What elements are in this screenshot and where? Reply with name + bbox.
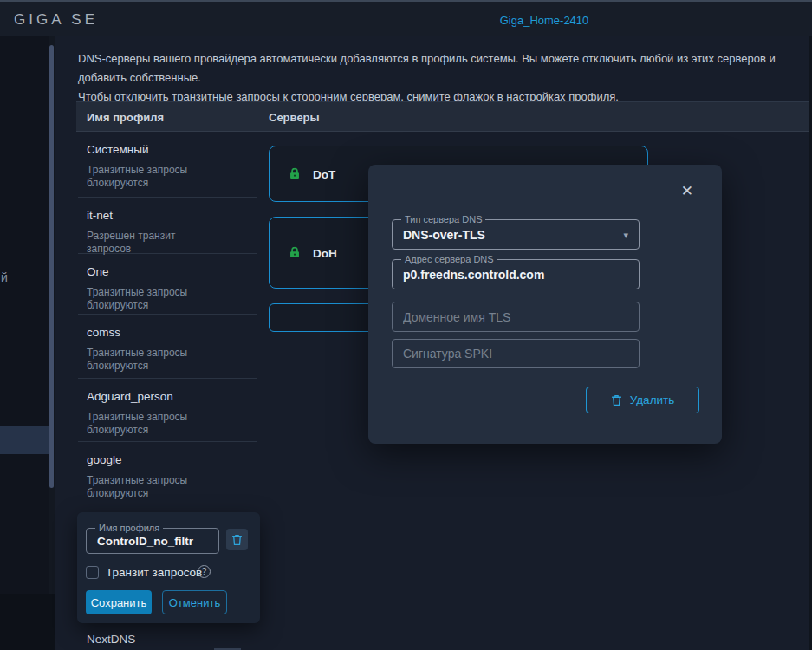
profile-name: it-net: [87, 209, 113, 222]
sidebar-active-item[interactable]: [0, 426, 49, 454]
column-header-servers: Серверы: [269, 111, 320, 124]
profile-row-adguard-person[interactable]: Adguard_person Транзитные запросы блокир…: [78, 379, 257, 442]
table-header: Имя профиля Серверы: [76, 101, 809, 132]
profile-name-field[interactable]: Имя профиля: [86, 528, 219, 554]
sidebar-clipped-item-label: й: [1, 270, 8, 284]
profile-row-it-net[interactable]: it-net Разрешен транзит запросов: [78, 198, 257, 254]
tls-domain-field[interactable]: [392, 302, 640, 332]
chevron-down-icon: ▾: [623, 229, 628, 240]
profile-status: Транзитные запросы блокируются: [87, 474, 221, 500]
sidebar-scrollbar-thumb[interactable]: [49, 45, 54, 488]
dns-type-value: DNS-over-TLS: [403, 228, 485, 242]
dns-type-label: Тип сервера DNS: [401, 214, 485, 224]
page-scrollbar-track: [809, 36, 812, 650]
dns-address-field[interactable]: Адрес сервера DNS: [392, 259, 640, 289]
row-divider: [78, 627, 258, 627]
profile-name: One: [87, 265, 109, 278]
profile-name-input[interactable]: [97, 529, 211, 553]
sidebar-lower-area: [0, 594, 55, 650]
column-header-profile: Имя профиля: [87, 111, 164, 124]
save-button[interactable]: Сохранить: [86, 590, 152, 614]
delete-profile-button[interactable]: [226, 529, 248, 550]
profile-name: comss: [87, 326, 120, 339]
dns-settings-page: GIGA SE Giga_Home-2410 й DNS-серверы ваш…: [0, 0, 812, 650]
delete-server-button[interactable]: Удалить: [586, 387, 699, 413]
profile-row-sistemny[interactable]: Системный Транзитные запросы блокируются: [78, 132, 257, 198]
profile-row-nextdns[interactable]: NextDNS: [87, 633, 135, 646]
profile-status: Транзитные запросы блокируются: [87, 411, 221, 437]
profile-edit-panel: Имя профиля Транзит запросов ? Сохранить…: [77, 512, 260, 623]
spki-signature-field[interactable]: [392, 339, 640, 368]
help-icon[interactable]: ?: [198, 565, 211, 578]
trash-icon: [611, 394, 622, 406]
profile-name: google: [87, 453, 122, 466]
profile-status: Разрешен транзит запросов: [87, 230, 221, 256]
tls-domain-input[interactable]: [403, 302, 628, 331]
profile-status: Транзитные запросы блокируются: [87, 164, 221, 190]
profile-name: Adguard_person: [87, 390, 173, 403]
top-header-bar: GIGA SE Giga_Home-2410: [0, 0, 812, 36]
server-card-label: DoH: [313, 246, 337, 259]
server-card-label: DoT: [313, 167, 335, 180]
device-name-link[interactable]: Giga_Home-2410: [500, 14, 589, 27]
transit-checkbox-label: Транзит запросов: [106, 566, 202, 579]
dns-type-select[interactable]: Тип сервера DNS DNS-over-TLS ▾: [392, 219, 640, 250]
cancel-button[interactable]: Отменить: [162, 590, 227, 614]
profile-row-comss[interactable]: comss Транзитные запросы блокируются: [78, 315, 257, 379]
intro-line-1: DNS-серверы вашего провайдера автоматиче…: [78, 49, 811, 88]
profile-row-one[interactable]: One Транзитные запросы блокируются: [78, 254, 257, 315]
profile-status: Транзитные запросы блокируются: [87, 347, 221, 373]
device-model-logo: GIGA SE: [14, 11, 98, 29]
delete-server-label: Удалить: [630, 393, 675, 406]
intro-description: DNS-серверы вашего провайдера автоматиче…: [78, 49, 811, 107]
trash-icon: [231, 534, 243, 546]
transit-checkbox[interactable]: [86, 566, 99, 579]
spki-signature-input[interactable]: [403, 340, 628, 367]
close-icon[interactable]: ✕: [681, 184, 693, 198]
dns-address-input[interactable]: [403, 260, 628, 289]
secure-lock-icon: [289, 247, 301, 259]
profile-status: Транзитные запросы блокируются: [87, 286, 221, 312]
secure-lock-icon: [289, 168, 301, 180]
profile-name: Системный: [87, 143, 149, 156]
dns-server-dialog: ✕ Тип сервера DNS DNS-over-TLS ▾ Адрес с…: [368, 165, 722, 444]
profile-row-google[interactable]: google Транзитные запросы блокируются: [78, 442, 257, 507]
sidebar-clipped: й: [0, 36, 49, 594]
